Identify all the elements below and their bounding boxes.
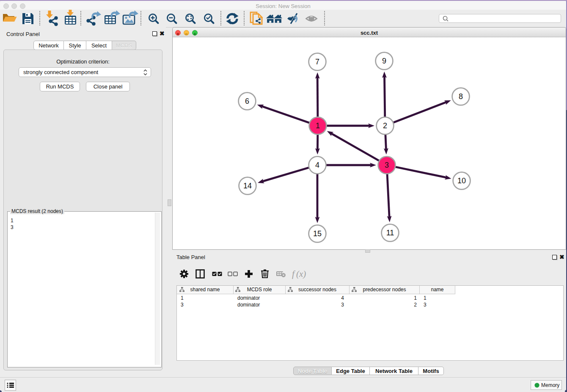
svg-text:14: 14 xyxy=(243,182,252,190)
svg-text:1: 1 xyxy=(316,121,320,130)
svg-text:9: 9 xyxy=(382,57,386,65)
svg-text:2: 2 xyxy=(383,121,387,130)
svg-text:10: 10 xyxy=(457,177,466,185)
svg-text:7: 7 xyxy=(315,58,319,66)
svg-text:3: 3 xyxy=(385,161,389,169)
svg-text:15: 15 xyxy=(313,229,322,238)
svg-text:6: 6 xyxy=(245,97,249,105)
svg-text:8: 8 xyxy=(459,92,463,101)
svg-text:4: 4 xyxy=(315,161,319,169)
svg-text:11: 11 xyxy=(386,229,394,237)
